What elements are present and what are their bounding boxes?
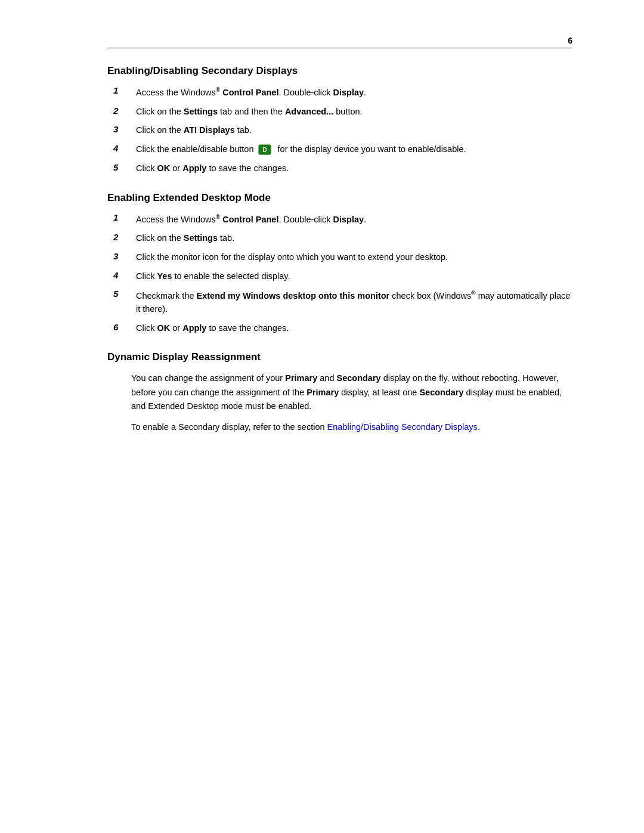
- step-text: Click OK or Apply to save the changes.: [136, 322, 572, 335]
- step-3-section2: 3 Click the monitor icon for the display…: [107, 251, 572, 264]
- step-1-section2: 1 Access the Windows® Control Panel. Dou…: [107, 212, 572, 227]
- step-text: Click on the Settings tab.: [136, 232, 572, 245]
- step-number: 3: [113, 124, 131, 134]
- step-2-section1: 2 Click on the Settings tab and then the…: [107, 106, 572, 119]
- page: 6 Enabling/Disabling Secondary Displays …: [0, 0, 644, 833]
- step-number: 4: [113, 270, 131, 280]
- enable-disable-icon: D: [258, 144, 271, 155]
- section1-title: Enabling/Disabling Secondary Displays: [107, 65, 572, 77]
- step-number: 1: [113, 212, 131, 222]
- step-text: Click OK or Apply to save the changes.: [136, 162, 572, 175]
- page-number: 6: [568, 36, 572, 45]
- steps-list-2: 1 Access the Windows® Control Panel. Dou…: [107, 212, 572, 335]
- step-number: 4: [113, 143, 131, 153]
- step-text: Click the enable/disable button D for th…: [136, 143, 572, 156]
- step-1-section1: 1 Access the Windows® Control Panel. Dou…: [107, 85, 572, 100]
- enabling-disabling-link[interactable]: Enabling/Disabling Secondary Displays: [327, 422, 478, 432]
- step-5-section1: 5 Click OK or Apply to save the changes.: [107, 162, 572, 175]
- step-text: Click the monitor icon for the display o…: [136, 251, 572, 264]
- step-number: 3: [113, 251, 131, 261]
- step-number: 5: [113, 289, 131, 299]
- section2-title: Enabling Extended Desktop Mode: [107, 192, 572, 204]
- step-text: Click on the ATI Displays tab.: [136, 124, 572, 137]
- step-5-section2: 5 Checkmark the Extend my Windows deskto…: [107, 289, 572, 315]
- page-number-line: 6: [107, 36, 572, 48]
- section3-title: Dynamic Display Reassignment: [107, 351, 572, 363]
- step-number: 2: [113, 106, 131, 116]
- step-number: 5: [113, 162, 131, 172]
- step-text: Click Yes to enable the selected display…: [136, 270, 572, 283]
- section-extended-desktop: Enabling Extended Desktop Mode 1 Access …: [107, 192, 572, 335]
- step-4-section2: 4 Click Yes to enable the selected displ…: [107, 270, 572, 283]
- step-text: Checkmark the Extend my Windows desktop …: [136, 289, 572, 315]
- section-enabling-disabling: Enabling/Disabling Secondary Displays 1 …: [107, 65, 572, 175]
- step-6-section2: 6 Click OK or Apply to save the changes.: [107, 322, 572, 335]
- step-2-section2: 2 Click on the Settings tab.: [107, 232, 572, 245]
- svg-text:D: D: [262, 147, 267, 153]
- step-text: Access the Windows® Control Panel. Doubl…: [136, 212, 572, 227]
- dynamic-display-para2: To enable a Secondary display, refer to …: [131, 420, 572, 434]
- steps-list-1: 1 Access the Windows® Control Panel. Dou…: [107, 85, 572, 175]
- step-number: 1: [113, 85, 131, 95]
- step-number: 2: [113, 232, 131, 242]
- step-number: 6: [113, 322, 131, 332]
- dynamic-display-para1: You can change the assignment of your Pr…: [131, 371, 572, 413]
- step-text: Click on the Settings tab and then the A…: [136, 106, 572, 119]
- step-4-section1: 4 Click the enable/disable button D for …: [107, 143, 572, 156]
- section-dynamic-display: Dynamic Display Reassignment You can cha…: [107, 351, 572, 434]
- step-text: Access the Windows® Control Panel. Doubl…: [136, 85, 572, 100]
- step-3-section1: 3 Click on the ATI Displays tab.: [107, 124, 572, 137]
